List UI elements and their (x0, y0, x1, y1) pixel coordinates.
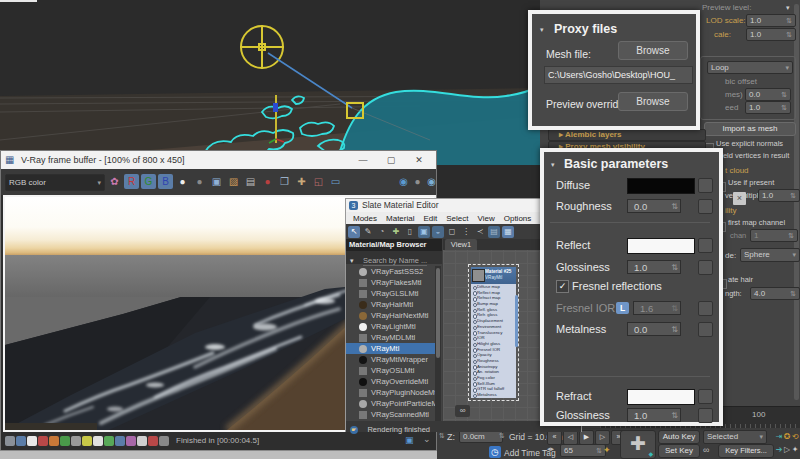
node-header[interactable]: Material #25 VRayMtl (471, 267, 516, 284)
scale-field[interactable]: 1.0⇅ (746, 28, 796, 41)
loop-dropdown[interactable]: Loop▾ (707, 61, 793, 74)
vfb-footer-icon[interactable] (5, 436, 15, 446)
vfb-footer-icon[interactable] (60, 436, 70, 446)
browse-preview-button[interactable]: Browse (618, 92, 688, 111)
vfb-toolbar-icon[interactable]: ● (260, 174, 275, 189)
metalness-field[interactable]: 0.0⇅ (627, 322, 681, 336)
node-scrollbar[interactable] (515, 295, 518, 347)
vfb-render-icon[interactable]: ◉ (425, 174, 438, 189)
toggle-icon[interactable]: ⟲ (791, 430, 799, 443)
material-list-item[interactable]: VRayFastSSS2 (346, 266, 435, 277)
vfb-toolbar-icon[interactable]: ▭ (328, 174, 343, 189)
lod-scale-field[interactable]: 1.0⇅ (746, 14, 796, 27)
node-slot[interactable]: Metalness (471, 392, 516, 398)
material-list-item[interactable]: VRayOverrideMtl (346, 376, 435, 387)
refract-color-swatch[interactable] (627, 389, 695, 405)
playback-button[interactable]: ▷ (595, 430, 610, 445)
glossiness-map-button[interactable] (698, 260, 713, 275)
key-mode-icon[interactable]: ✦ (603, 445, 611, 455)
fresnel-checkbox[interactable]: ✓ (556, 280, 569, 293)
material-list-item[interactable]: VRayHairNextMtl (346, 310, 435, 321)
mode-dropdown[interactable]: Sphere▾ (740, 248, 800, 262)
vfb-minimize-button[interactable]: — (353, 151, 373, 169)
material-list-item[interactable]: VRayMDLMtl (346, 332, 435, 343)
material-list-item[interactable]: VRayPointParticleMtl (346, 398, 435, 409)
menu-item[interactable]: Select (446, 214, 468, 223)
multiplier-field[interactable]: 1.0⇅ (758, 189, 800, 202)
material-list-item[interactable]: VRayMtl (346, 343, 435, 354)
selection-set-dropdown[interactable]: Selected▾ (703, 430, 767, 444)
slate-toolbar-icon[interactable]: ◔ (376, 226, 388, 238)
menu-item[interactable]: View (478, 214, 495, 223)
fresnel-ior-field[interactable]: 1.6⇅ (633, 301, 681, 315)
vfb-footer-icon[interactable] (137, 436, 147, 446)
import-as-mesh-button[interactable]: Import as mesh (704, 122, 796, 136)
search-collapse-arrow[interactable]: ▾ (350, 257, 354, 264)
fresnel-ior-map-button[interactable] (698, 301, 713, 316)
speed-field[interactable]: 1.0⇅ (745, 101, 791, 114)
material-list-item[interactable]: VRayPluginNodeMtl (346, 387, 435, 398)
roughness-map-button[interactable] (698, 199, 713, 214)
vfb-toolbar-icon[interactable]: R (124, 174, 139, 189)
toggle-icon[interactable]: ▷ (783, 443, 791, 456)
vfb-toolbar-icon[interactable]: G (141, 174, 156, 189)
length-field[interactable]: 4.0⇅ (750, 287, 800, 300)
vfb-render-icon[interactable]: ● (411, 174, 424, 189)
diffuse-color-swatch[interactable] (627, 178, 695, 194)
vfb-toolbar-icon[interactable]: ▣ (209, 174, 224, 189)
menu-item[interactable]: Modes (353, 214, 377, 223)
rollout-alembic-layers[interactable]: ▸ Alembic layers (548, 129, 706, 141)
glossiness-field[interactable]: 1.0⇅ (627, 260, 681, 274)
browser-scrollbar[interactable] (435, 266, 441, 421)
slate-toolbar-icon[interactable]: ⋮ (460, 226, 472, 238)
z-spinner[interactable]: ⇅ (439, 432, 445, 440)
vfb-history-toggle[interactable]: ▣ (405, 435, 414, 445)
slate-toolbar-icon[interactable]: ≺ (474, 226, 486, 238)
slate-toolbar-icon[interactable]: ▤ (488, 226, 500, 238)
vfb-footer-icon[interactable] (49, 436, 59, 446)
vfb-footer-icon[interactable] (115, 436, 125, 446)
fresnel-ior-lock-button[interactable]: L (616, 302, 629, 314)
toggle-icon[interactable]: ✪ (783, 430, 791, 443)
frame-step-icon[interactable]: ◂▸ (547, 445, 554, 453)
material-node[interactable]: Material #25 VRayMtl Diffuse map Reflect… (471, 267, 516, 398)
vfb-toolbar-icon[interactable]: ▨ (226, 174, 241, 189)
slate-toolbar-icon[interactable]: ▣ (418, 226, 430, 238)
vfb-toolbar-icon[interactable]: ◱ (311, 174, 326, 189)
vfb-collapse-toggle[interactable]: ⌄ (423, 434, 431, 444)
vfb-close-button[interactable]: ✕ (409, 151, 429, 169)
metalness-map-button[interactable] (698, 322, 713, 337)
view1-tab[interactable]: View1 (445, 239, 477, 250)
diffuse-map-button[interactable] (698, 178, 713, 193)
key-filters-button[interactable]: Key Filters... (718, 444, 774, 458)
preview-level-dropdown[interactable]: ▾ (786, 4, 790, 12)
refract-map-button[interactable] (698, 389, 713, 404)
toggle-icon[interactable]: ✦ (791, 443, 799, 456)
refract-glossiness-field[interactable]: 1.0⇅ (627, 408, 681, 422)
key-filters-icon[interactable]: ∞ (703, 445, 709, 455)
frames-field[interactable]: 0.0⇅ (745, 88, 791, 101)
mesh-path-field[interactable]: C:\Users\Gosho\Desktop\HOU_ (544, 66, 693, 84)
menu-item[interactable]: Edit (423, 214, 437, 223)
browser-search-row[interactable]: ▾ Search by Name ... (346, 251, 442, 264)
vfb-toolbar-icon[interactable]: ✚ (294, 174, 309, 189)
vfb-footer-icon[interactable] (38, 436, 48, 446)
material-list-item[interactable]: VRayFlakesMtl (346, 277, 435, 288)
vfb-render-icon[interactable]: ◉ (397, 174, 410, 189)
add-time-tag-icon[interactable]: ◷ (489, 446, 501, 458)
proxy-collapse-arrow[interactable]: ▾ (540, 26, 544, 34)
vfb-toolbar-icon[interactable]: ❐ (277, 174, 292, 189)
navigator-icon[interactable]: ∞ (455, 405, 470, 417)
dialog-close-button[interactable]: × (733, 192, 746, 205)
viewport-nav-button[interactable]: ✚ ◆ (620, 430, 656, 459)
slate-toolbar-icon[interactable]: ✚ (390, 226, 402, 238)
vfb-footer-icon[interactable] (71, 436, 81, 446)
vfb-footer-icon[interactable] (104, 436, 114, 446)
roughness-field[interactable]: 0.0⇅ (627, 199, 681, 213)
vfb-footer-icon[interactable] (126, 436, 136, 446)
vfb-footer-icon[interactable] (93, 436, 103, 446)
current-frame-field[interactable]: 65⇅ (560, 444, 606, 457)
material-list-item[interactable]: VRayLightMtl (346, 321, 435, 332)
menu-item[interactable]: Material (386, 214, 414, 223)
menu-item[interactable]: Options (504, 214, 532, 223)
